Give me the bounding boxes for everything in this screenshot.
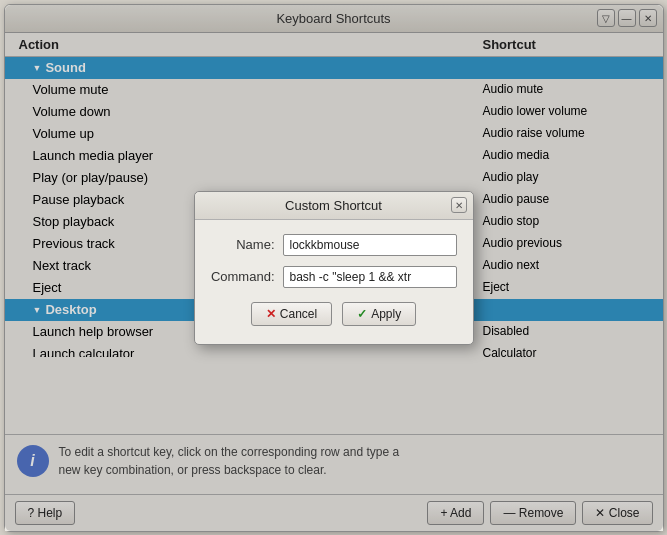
modal-close-button[interactable]: ✕ — [451, 197, 467, 213]
cancel-icon: ✕ — [266, 307, 276, 321]
modal-title: Custom Shortcut — [285, 198, 382, 213]
name-label: Name: — [211, 237, 283, 252]
modal-body: Name: Command: ✕ Cancel ✓ Apply — [195, 220, 473, 344]
modal-overlay: Custom Shortcut ✕ Name: Command: ✕ Cance… — [5, 5, 663, 531]
modal-titlebar: Custom Shortcut ✕ — [195, 192, 473, 220]
apply-label: Apply — [371, 307, 401, 321]
cancel-button[interactable]: ✕ Cancel — [251, 302, 332, 326]
command-label: Command: — [211, 269, 283, 284]
modal-buttons: ✕ Cancel ✓ Apply — [211, 298, 457, 330]
cancel-label: Cancel — [280, 307, 317, 321]
custom-shortcut-dialog: Custom Shortcut ✕ Name: Command: ✕ Cance… — [194, 191, 474, 345]
name-input[interactable] — [283, 234, 457, 256]
apply-button[interactable]: ✓ Apply — [342, 302, 416, 326]
command-input[interactable] — [283, 266, 457, 288]
apply-icon: ✓ — [357, 307, 367, 321]
main-window: Keyboard Shortcuts ▽ — ✕ Action Shortcut… — [4, 4, 664, 532]
name-row: Name: — [211, 234, 457, 256]
command-row: Command: — [211, 266, 457, 288]
